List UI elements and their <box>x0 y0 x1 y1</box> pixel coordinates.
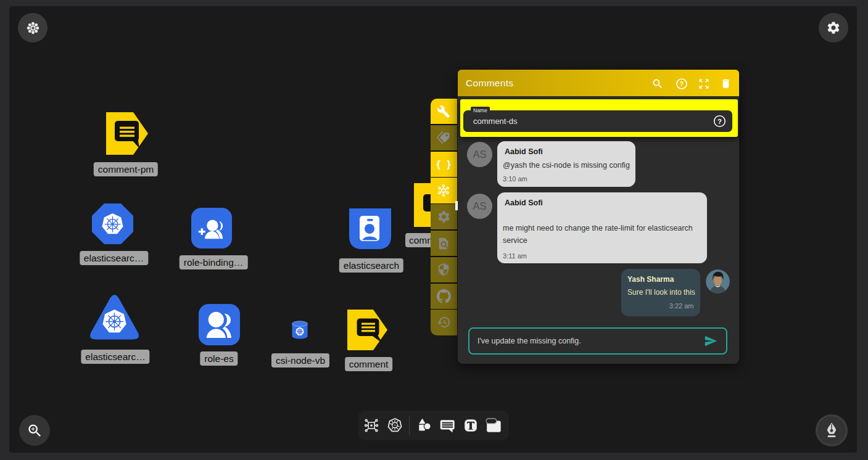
svg-text:?: ? <box>717 118 722 125</box>
svg-text:?: ? <box>680 80 684 87</box>
